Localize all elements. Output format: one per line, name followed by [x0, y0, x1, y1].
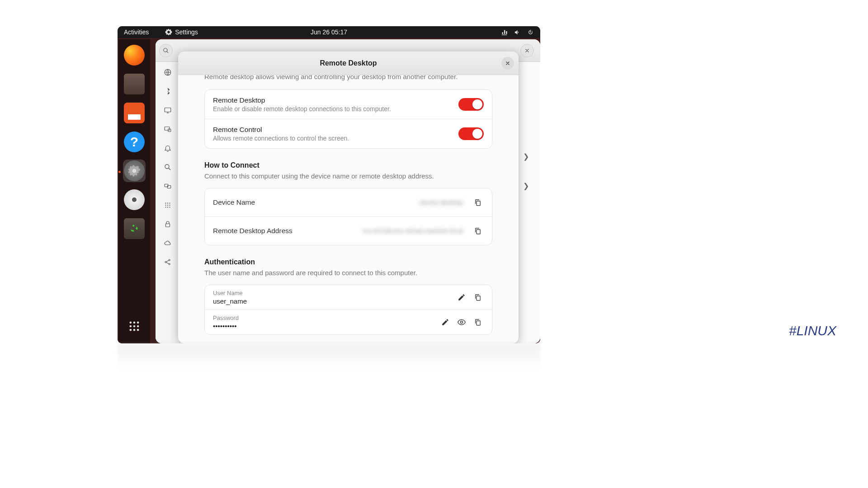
window-close-button[interactable] — [520, 44, 534, 57]
toggle-title: Remote Desktop — [213, 96, 452, 104]
chevron-right-icon: ❯ — [523, 152, 532, 161]
section-heading: How to Connect — [204, 161, 492, 169]
edit-password-button[interactable] — [439, 316, 451, 328]
dock-disc[interactable] — [123, 188, 146, 211]
svg-point-16 — [165, 202, 166, 203]
dock-trash[interactable] — [123, 217, 146, 240]
svg-point-4 — [133, 325, 136, 328]
svg-point-18 — [169, 202, 170, 203]
bluetooth-icon[interactable] — [164, 87, 172, 95]
svg-point-20 — [167, 205, 168, 206]
copy-icon — [474, 227, 482, 235]
gear-icon — [165, 28, 172, 36]
gear-icon — [128, 165, 140, 177]
lock-icon[interactable] — [164, 220, 172, 228]
hashtag-label: #LINUX — [789, 323, 836, 338]
svg-rect-29 — [476, 201, 480, 206]
section-desc: The user name and password are required … — [204, 269, 492, 277]
power-icon — [527, 29, 534, 36]
remote-desktop-toggle[interactable] — [458, 98, 484, 111]
clock[interactable]: Jun 26 05:17 — [311, 28, 347, 36]
svg-rect-25 — [165, 224, 170, 227]
svg-point-23 — [167, 206, 168, 207]
app-name-label: Settings — [175, 28, 198, 36]
copy-device-name-button[interactable] — [472, 197, 484, 208]
svg-point-26 — [165, 262, 166, 263]
copy-username-button[interactable] — [472, 291, 484, 303]
copy-address-button[interactable] — [472, 225, 484, 237]
search-icon[interactable] — [164, 163, 172, 171]
search-button[interactable] — [159, 44, 173, 57]
svg-point-17 — [167, 202, 168, 203]
address-value: ms-rd://ubuntu-virtual-machine.local — [297, 227, 467, 235]
show-password-button[interactable] — [456, 316, 467, 328]
svg-rect-31 — [476, 296, 480, 300]
svg-point-24 — [169, 206, 170, 207]
svg-point-13 — [165, 164, 169, 169]
svg-rect-30 — [476, 230, 480, 234]
copy-password-button[interactable] — [472, 316, 484, 328]
svg-point-3 — [130, 325, 132, 328]
edit-username-button[interactable] — [456, 291, 467, 303]
section-desc: Connect to this computer using the devic… — [204, 172, 492, 180]
svg-point-22 — [165, 206, 166, 207]
dock-firefox[interactable] — [123, 44, 146, 66]
svg-point-8 — [137, 329, 139, 331]
apps-grid-icon — [128, 320, 141, 333]
svg-point-1 — [133, 322, 136, 324]
dock-settings[interactable] — [123, 160, 146, 182]
connect-card: Device Name ubuntu-desktop Remote Deskto… — [204, 188, 492, 245]
password-label: Password — [213, 314, 435, 321]
display-icon[interactable] — [164, 106, 172, 114]
chevron-right-icon: ❯ — [523, 182, 532, 191]
dialog-intro: Remote desktop allows viewing and contro… — [204, 75, 492, 81]
section-heading: Authentication — [204, 258, 492, 266]
svg-rect-11 — [165, 127, 170, 131]
copy-icon — [474, 293, 482, 301]
svg-rect-33 — [476, 321, 480, 325]
svg-point-2 — [137, 322, 139, 324]
auth-card: User Name user_name Password — [204, 285, 492, 335]
recycle-icon — [129, 224, 139, 234]
dock-show-apps[interactable] — [123, 315, 146, 338]
copy-icon — [474, 318, 482, 326]
svg-point-21 — [169, 205, 170, 206]
dock-help[interactable]: ? — [123, 131, 146, 153]
toggle-desc: Allows remote connections to control the… — [213, 135, 452, 142]
remote-control-toggle[interactable] — [458, 127, 484, 140]
volume-icon — [514, 29, 521, 36]
reflection — [118, 343, 540, 371]
close-icon — [505, 61, 510, 66]
multitask-icon[interactable] — [164, 182, 172, 190]
pencil-icon — [441, 318, 449, 326]
globe-icon[interactable] — [164, 68, 172, 76]
system-tray[interactable] — [501, 29, 534, 36]
svg-point-32 — [461, 321, 463, 323]
svg-rect-10 — [165, 108, 171, 112]
username-label: User Name — [213, 290, 451, 296]
remote-icon[interactable] — [164, 125, 172, 133]
network-icon — [501, 29, 508, 36]
toggle-desc: Enable or disable remote desktop connect… — [213, 105, 452, 113]
password-value: •••••••••• — [213, 322, 435, 330]
svg-point-28 — [169, 263, 170, 265]
bell-icon[interactable] — [164, 144, 172, 152]
svg-point-27 — [169, 259, 170, 261]
current-app[interactable]: Settings — [165, 28, 198, 36]
dialog-title: Remote Desktop — [320, 59, 377, 67]
apps-icon[interactable] — [164, 201, 172, 209]
settings-sidebar — [156, 62, 180, 343]
cloud-icon[interactable] — [164, 239, 172, 247]
search-icon — [163, 47, 169, 54]
device-name-label: Device Name — [213, 198, 255, 206]
close-icon — [524, 48, 530, 53]
dialog-close-button[interactable] — [501, 57, 514, 70]
dock-files[interactable] — [123, 73, 146, 95]
username-value: user_name — [213, 297, 451, 305]
share-icon[interactable] — [164, 258, 172, 266]
svg-point-0 — [130, 322, 132, 324]
remote-desktop-dialog: Remote Desktop Remote desktop allows vie… — [178, 52, 519, 343]
activities-button[interactable]: Activities — [124, 28, 149, 36]
dock-software[interactable] — [123, 102, 146, 124]
eye-icon — [457, 318, 466, 327]
